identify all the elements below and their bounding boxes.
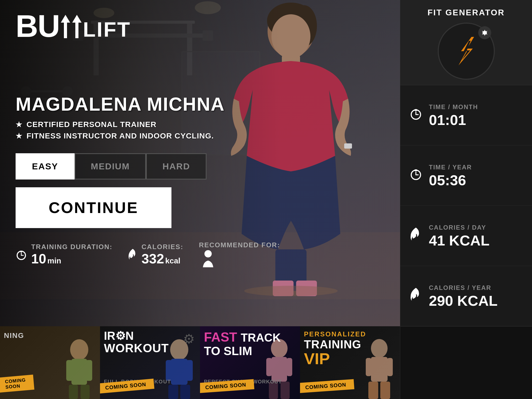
star-icon-2: ★: [16, 132, 22, 140]
time-year-label: TIME / YEAR: [429, 164, 524, 171]
flame-icon-1: [128, 248, 137, 261]
stopwatch-icon-2: [409, 167, 423, 181]
settings-gear-button[interactable]: [478, 26, 491, 39]
svg-rect-63: [415, 169, 417, 171]
svg-marker-27: [72, 15, 82, 38]
flame-icon-3: [410, 287, 422, 302]
stopwatch-icon-1: [409, 107, 423, 121]
continue-button[interactable]: CONTINUE: [16, 187, 171, 228]
svg-rect-47: [266, 358, 272, 376]
svg-marker-26: [61, 15, 70, 38]
flame-icon-day: [408, 227, 424, 244]
fit-generator-title: FIT GENERATOR: [428, 8, 505, 17]
hero-section: BU LIFT MAGDALENA MICHNA: [0, 0, 400, 399]
svg-point-32: [204, 250, 212, 257]
svg-rect-56: [380, 382, 390, 399]
gear-icon: [481, 29, 488, 36]
svg-rect-46: [271, 357, 287, 382]
svg-rect-40: [171, 359, 188, 385]
svg-rect-29: [20, 251, 22, 252]
up-arrow-1: [61, 14, 70, 39]
trainer-bullet-2: ★ FITNESS INSTRUCTOR AND INDOOR CYCLING.: [16, 131, 384, 140]
fit-gen-logo-svg: [449, 34, 483, 68]
duration-value: 10: [31, 251, 46, 266]
cal-year-value: 290 KCAL: [429, 294, 524, 308]
fit-generator-logo: [438, 23, 495, 80]
banner-training[interactable]: NING COMINGSOON: [0, 326, 100, 399]
flame-icon-2: [410, 227, 422, 242]
iron-workout-title: IR⚙N WORKOUT: [104, 330, 169, 355]
person-icon: [199, 249, 217, 267]
svg-rect-42: [186, 360, 193, 381]
calories-unit: kcal: [165, 256, 180, 265]
hero-content: BU LIFT MAGDALENA MICHNA: [0, 0, 400, 326]
difficulty-selector: EASY MEDIUM HARD: [16, 153, 171, 179]
stats-card-time-month: TIME / MONTH 01:01: [400, 85, 532, 145]
stats-card-cal-day: CALORIES / DAY 41 KCAL: [400, 206, 532, 266]
svg-rect-37: [69, 385, 78, 399]
gear-icon-iron: ⚙: [183, 331, 195, 347]
svg-rect-54: [387, 358, 393, 376]
cal-day-value: 41 KCAL: [429, 233, 524, 248]
banner-vip[interactable]: PERSONALIZED TRAINING VIP COMING SOON: [300, 326, 400, 399]
svg-rect-53: [366, 358, 371, 376]
svg-rect-55: [368, 382, 378, 399]
svg-rect-48: [287, 358, 292, 376]
banner-fast-track[interactable]: FAST TRACK TO SLIM PERFECT SHAPE WORKOUT…: [200, 326, 300, 399]
trainer-bullet-1: ★ CERTIFIED PERSONAL TRAINER: [16, 120, 384, 129]
banner-iron-workout[interactable]: ⚙ IR⚙N WORKOUT FULL BODY WORKOUT COMING …: [100, 326, 200, 399]
svg-rect-34: [71, 359, 87, 385]
stat-calories: CALORIES: 332 kcal: [128, 243, 183, 267]
fit-generator-header: FIT GENERATOR: [400, 0, 532, 85]
svg-rect-52: [371, 357, 388, 382]
difficulty-hard[interactable]: HARD: [146, 153, 206, 179]
recommended-label: RECOMMENDED FOR:: [199, 241, 280, 249]
svg-rect-35: [66, 360, 73, 381]
stats-cards: TIME / MONTH 01:01 TIME / YEAR 05:36: [400, 85, 532, 326]
logo-arrows: [61, 14, 82, 42]
up-arrow-2: [72, 14, 82, 39]
svg-rect-41: [166, 360, 172, 381]
flame-icon-year: [408, 287, 424, 305]
fast-track-title: FAST TRACK TO SLIM: [204, 330, 281, 358]
right-sidebar: FIT GENERATOR: [400, 0, 532, 399]
duration-unit: min: [47, 256, 61, 265]
svg-rect-59: [415, 109, 417, 111]
banner-1-coming-soon: COMINGSOON: [0, 375, 34, 393]
timer-icon-1: [16, 249, 27, 261]
trainer-credentials: ★ CERTIFIED PERSONAL TRAINER ★ FITNESS I…: [16, 120, 384, 140]
sidebar-banner-placeholder: [400, 326, 532, 399]
calories-label: CALORIES:: [142, 243, 183, 251]
svg-rect-36: [86, 360, 92, 381]
svg-rect-43: [168, 385, 178, 399]
difficulty-easy[interactable]: EASY: [16, 153, 75, 179]
svg-point-33: [70, 339, 88, 360]
svg-rect-38: [81, 385, 90, 399]
banner-training-text: NING: [4, 331, 24, 340]
logo-lift-text: LIFT: [83, 19, 131, 42]
banner-4-coming-soon: COMING SOON: [300, 379, 354, 393]
sidebar-bottom: [400, 326, 532, 399]
bottom-banners: NING COMINGSOON ⚙ IR⚙N: [0, 326, 400, 399]
trainer-name: MAGDALENA MICHNA: [16, 94, 384, 115]
time-month-label: TIME / MONTH: [429, 103, 524, 111]
time-month-value: 01:01: [429, 113, 524, 127]
svg-rect-44: [180, 385, 190, 399]
svg-rect-50: [281, 382, 290, 399]
banner-1-person: [58, 337, 100, 399]
timer-icon-month: [408, 107, 424, 123]
stat-duration: TRAINING DURATION: 10 min: [16, 243, 112, 267]
vip-title: PERSONALIZED TRAINING VIP: [304, 330, 366, 367]
app-logo: BU LIFT: [16, 10, 384, 42]
cal-day-label: CALORIES / DAY: [429, 224, 524, 231]
svg-point-51: [371, 339, 388, 358]
time-year-value: 05:36: [429, 173, 524, 188]
calories-value: 332: [142, 251, 164, 266]
star-icon-1: ★: [16, 120, 22, 129]
logo-butt-text: BU: [16, 10, 83, 42]
training-stats: TRAINING DURATION: 10 min CALORIES: 332 …: [16, 241, 384, 268]
stat-recommended: RECOMMENDED FOR:: [199, 241, 280, 268]
difficulty-medium[interactable]: MEDIUM: [75, 153, 146, 179]
cal-year-label: CALORIES / YEAR: [429, 284, 524, 291]
duration-label: TRAINING DURATION:: [31, 243, 112, 251]
